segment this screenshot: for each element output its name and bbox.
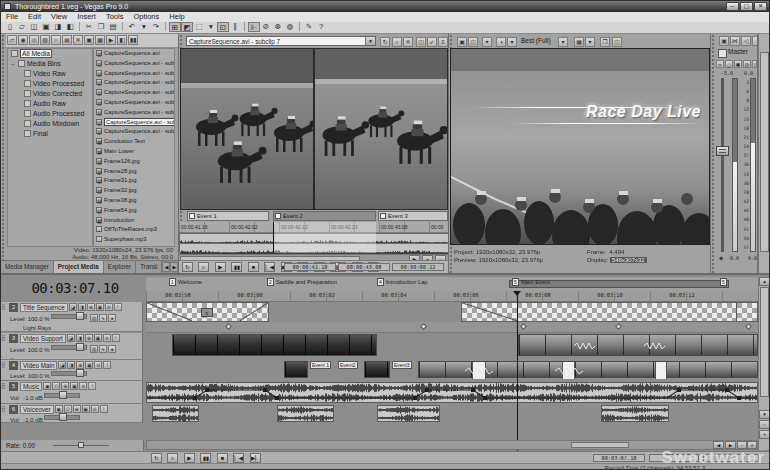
selection-length-timecode[interactable]: 00:00:05.20: [703, 454, 759, 462]
loop-playback-icon[interactable]: ↻: [182, 262, 193, 272]
lock-envelopes-icon[interactable]: ⊘: [260, 22, 272, 32]
scroll-up-icon[interactable]: ▲: [759, 277, 770, 286]
mute-icon[interactable]: ⊘: [79, 382, 87, 390]
play-icon[interactable]: ▶: [184, 453, 195, 463]
trimmer-video-frame-right[interactable]: [314, 48, 448, 210]
save-project-icon[interactable]: ◫: [28, 22, 40, 32]
bus-solo-icon[interactable]: !: [752, 60, 757, 68]
cut-icon[interactable]: ✂: [83, 22, 95, 32]
track-motion-icon[interactable]: ◪: [69, 303, 77, 311]
publish-icon[interactable]: ◧: [64, 22, 76, 32]
marker-bar[interactable]: 1Welcome 2Saddle and Preparation 4Introd…: [146, 277, 758, 292]
go-to-end-icon[interactable]: ▶▏: [250, 453, 261, 463]
level-slider[interactable]: [51, 345, 87, 350]
scrollbar-thumb[interactable]: [760, 52, 769, 252]
bus-settings-icon[interactable]: ✱: [734, 60, 742, 68]
media-properties-icon[interactable]: ▣: [84, 35, 94, 45]
tab-scroll-right-icon[interactable]: ▶: [170, 262, 178, 272]
trimmer-cursor[interactable]: [273, 222, 274, 253]
solo-icon[interactable]: !: [88, 382, 96, 390]
event-label[interactable]: Event 1: [310, 361, 331, 369]
track-name[interactable]: Voiceover: [20, 405, 54, 414]
media-file[interactable]: ▦Conclusion Text: [94, 137, 174, 147]
search-media-icon[interactable]: ⌕: [51, 35, 61, 45]
voiceover-event[interactable]: [277, 405, 334, 422]
timeline-ruler[interactable]: 00:02:58 00:03:00 00:03:02 00:03:04 00:0…: [146, 291, 758, 302]
keyframe-diamond[interactable]: [745, 323, 752, 330]
keyframe-diamond[interactable]: [225, 323, 232, 330]
copy-snapshot-icon[interactable]: ❐: [600, 37, 610, 47]
bypass-fx-icon[interactable]: ▣: [96, 303, 104, 311]
track-name[interactable]: Video Support: [20, 334, 66, 343]
video-event[interactable]: [518, 334, 758, 356]
track-header-video-support[interactable]: ⣿3Video Support◪◨⊕▣⊘! Level: 100.0 % ▥↳●…: [1, 333, 143, 360]
chevron-down-icon[interactable]: ▼: [365, 37, 375, 45]
region-number-tag[interactable]: 5: [512, 278, 519, 286]
media-file[interactable]: ▥CaptureSequence.avi - subclip 4: [94, 88, 174, 98]
track-name[interactable]: Music: [20, 382, 42, 391]
timeline-region-main-event[interactable]: 5Main Event: [512, 278, 550, 289]
marker-number-tag[interactable]: 4: [377, 278, 384, 286]
keyframe-diamond[interactable]: [420, 323, 427, 330]
track-header-music[interactable]: ⣿5Music◉∅⊕▣⊘! Vol: -1.0 dB: [1, 381, 143, 404]
bypass-fx-icon[interactable]: ▣: [94, 334, 102, 342]
track-grip[interactable]: ⣿: [1, 334, 9, 341]
marker-number-tag[interactable]: 1: [169, 278, 176, 286]
event-label[interactable]: Event3: [392, 361, 412, 369]
go-to-start-icon[interactable]: ▏◀: [233, 453, 244, 463]
solo-icon[interactable]: !: [112, 334, 120, 342]
media-file[interactable]: ▥CaptureSequence.avi: [94, 49, 174, 59]
paste-icon[interactable]: ▤: [107, 22, 119, 32]
title-event[interactable]: ≡: [146, 302, 269, 322]
timeline-marker-welcome[interactable]: 1Welcome: [169, 278, 202, 289]
child-track-label[interactable]: Light Rays: [1, 324, 142, 332]
new-bin-icon[interactable]: ▦: [95, 35, 105, 45]
track-grip[interactable]: ⣿: [1, 303, 9, 310]
trimmer-event-1[interactable]: Event 1: [187, 211, 269, 221]
trimmer-event-3[interactable]: Event 3: [378, 211, 448, 221]
zoom-edit-tool-icon[interactable]: ⊡: [217, 22, 229, 32]
trimmer-clip-selector[interactable]: CaptureSequence.avi - subclip 7▼: [186, 36, 376, 46]
remove-media-icon[interactable]: ✕: [73, 35, 83, 45]
tab-transitions[interactable]: Transi: [136, 261, 162, 273]
media-file[interactable]: ▨Frame54.jpg: [94, 206, 174, 216]
external-monitor-icon[interactable]: ◫: [468, 37, 478, 47]
media-file[interactable]: ▥CaptureSequence.avi - subclip 5: [94, 98, 174, 108]
media-file[interactable]: ▨Frame28.jpg: [94, 167, 174, 177]
media-file[interactable]: ▨Frame126.jpg: [94, 157, 174, 167]
tree-item-bin[interactable]: Audio Mixdown: [8, 119, 92, 129]
tab-media-manager[interactable]: Media Manager: [1, 261, 54, 273]
get-photo-icon[interactable]: ▨: [40, 35, 50, 45]
region-end-tag[interactable]: 5: [720, 278, 727, 286]
track-grip[interactable]: ⣿: [1, 361, 9, 368]
media-file[interactable]: ▨Frame31.jpg: [94, 176, 174, 186]
pause-icon[interactable]: ▮▮: [231, 262, 242, 272]
video-event[interactable]: [418, 361, 758, 378]
play-from-start-icon[interactable]: ▹: [198, 262, 209, 272]
master-bus-icon[interactable]: [718, 49, 727, 58]
track-fx-icon[interactable]: ▣: [70, 382, 78, 390]
play-icon[interactable]: ▶: [215, 262, 226, 272]
automation-settings-icon[interactable]: ⊕: [61, 382, 69, 390]
tree-item-bin[interactable]: Video Corrected: [8, 89, 92, 99]
tool-dropdown-icon[interactable]: ▾: [205, 22, 217, 32]
track-fx-icon[interactable]: ◨: [67, 361, 75, 369]
keyframe-diamond[interactable]: [520, 323, 527, 330]
tree-item-bin[interactable]: Final: [8, 129, 92, 139]
meter-lock-icon[interactable]: ◈: [719, 255, 723, 261]
title-event[interactable]: [461, 302, 758, 322]
tree-item-bin[interactable]: Audio Processed: [8, 109, 92, 119]
title-keyframe-strip[interactable]: [146, 322, 758, 333]
selection-edit-tool-icon[interactable]: ⬚: [193, 22, 205, 32]
track-motion-icon[interactable]: ◪: [67, 334, 75, 342]
mute-icon[interactable]: ⊘: [91, 405, 99, 413]
media-file-selected[interactable]: ▥CaptureSequence.avi - subclip 7: [94, 118, 174, 128]
zoom-out-icon[interactable]: −: [737, 441, 747, 449]
menu-tools[interactable]: Tools: [101, 12, 129, 22]
scroll-left-icon[interactable]: ◀: [713, 441, 724, 449]
track-grip[interactable]: ⣿: [1, 405, 9, 412]
start-preview-icon[interactable]: ◧: [117, 35, 127, 45]
split-screen-view-icon[interactable]: ◑: [496, 37, 506, 47]
scrollbar-thumb[interactable]: [571, 442, 629, 448]
stop-icon[interactable]: ■: [248, 262, 259, 272]
